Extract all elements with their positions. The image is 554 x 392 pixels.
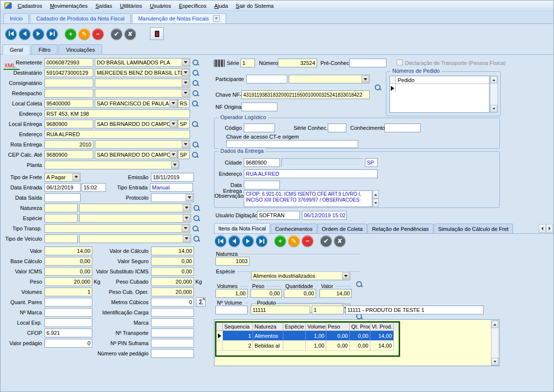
menu-sair[interactable]: Sair do Sistema (232, 1, 278, 10)
tab-itens-nota-fiscal[interactable]: Itens da Nota Fiscal (214, 223, 270, 233)
item-quantidade-field[interactable]: 0,00 (284, 289, 316, 298)
tab-relacao-pendencias[interactable]: Relação de Pendências (367, 224, 433, 233)
numero-field[interactable]: 32524 (278, 59, 317, 67)
search-icon[interactable] (192, 59, 199, 66)
hora-entrada-field[interactable]: 15:02 (82, 183, 106, 192)
grid-header-sequencia[interactable]: Sequencia (223, 323, 253, 331)
quant-pares-field[interactable] (44, 298, 92, 307)
chevron-down-icon[interactable] (72, 174, 80, 181)
observacao-spinner[interactable] (373, 190, 379, 207)
marca-field[interactable] (151, 318, 194, 327)
tab-inicio[interactable]: Início (3, 13, 29, 23)
serie-conhec-field[interactable] (328, 124, 346, 132)
especie-code-field[interactable] (44, 214, 78, 223)
chevron-down-icon[interactable] (182, 69, 189, 76)
item-natureza-code-field[interactable]: 1003 (215, 257, 250, 266)
tab-ordem-coleta[interactable]: Ordem de Coleta (318, 224, 367, 233)
participante-code-field[interactable] (246, 75, 287, 83)
tab-simulacao-calculo[interactable]: Simulação do Cálculo de Fret (434, 224, 513, 233)
cidade-field[interactable]: 9680900 (244, 158, 280, 167)
confirm-button[interactable]: ✔ (111, 28, 122, 40)
item-add-button[interactable]: + (275, 235, 286, 247)
scroll-down-icon[interactable] (373, 199, 379, 207)
sum-button[interactable]: Σ (196, 297, 206, 307)
menu-usuarios[interactable]: Usuários (146, 1, 175, 10)
natureza-code-field[interactable] (44, 204, 78, 212)
base-calculo-field[interactable]: 0,00 (44, 257, 92, 266)
planta-combo[interactable] (44, 161, 179, 169)
destinatario-code-field[interactable]: 59104273000129 (44, 68, 93, 77)
scroll-down-icon[interactable] (490, 105, 497, 112)
valor-substituto-field[interactable]: 0,00 (151, 267, 194, 276)
especie-combo[interactable] (79, 214, 191, 223)
nf-original-field[interactable] (241, 103, 277, 111)
item-cancel-button[interactable]: ✘ (334, 235, 345, 247)
next-record-button[interactable] (33, 28, 44, 40)
menu-cadastros[interactable]: Cadastros (14, 1, 46, 10)
n-transporte-field[interactable] (151, 329, 194, 337)
valor-pedagio-field[interactable]: 0 (44, 339, 92, 348)
menu-ajuda[interactable]: Ajuda (210, 1, 232, 10)
tab-geral[interactable]: Geral (2, 44, 30, 55)
tipo-frete-combo[interactable]: A Pagar (44, 173, 81, 182)
search-icon[interactable] (192, 141, 199, 148)
vale-pedagio-field[interactable] (151, 349, 194, 358)
menu-movimentacoes[interactable]: Movimentações (46, 1, 91, 10)
search-icon[interactable] (193, 204, 200, 212)
chevron-down-icon[interactable] (170, 151, 177, 158)
exit-button[interactable] (150, 27, 164, 40)
scroll-up-icon[interactable] (373, 190, 379, 199)
protocolo-combo[interactable] (151, 193, 194, 202)
item-next-button[interactable] (242, 235, 254, 247)
local-coleta-combo[interactable]: SAO FRANCISCO DE PAULA (95, 99, 178, 108)
close-tab-icon[interactable]: × (213, 15, 220, 22)
pedidos-scrollbar[interactable] (490, 76, 498, 113)
natureza-combo[interactable] (79, 204, 191, 212)
scroll-down-icon[interactable] (491, 358, 498, 365)
observacao-field[interactable]: CFOP: 6.921-01: ICMS ISENTO CFE ART.9 LI… (244, 190, 372, 207)
participante-combo[interactable] (289, 75, 370, 83)
chevron-down-icon[interactable] (183, 235, 190, 242)
pedidos-list[interactable]: Pedido (389, 76, 490, 113)
destinatario-combo[interactable]: MERCEDES BENZ DO BRASIL LTDA (95, 68, 190, 77)
first-record-button[interactable] (5, 28, 17, 40)
remetente-combo[interactable]: DO BRASIL LAMINADOS PLA (95, 58, 190, 67)
chevron-down-icon[interactable] (170, 100, 177, 107)
data-entrada-field[interactable]: 06/12/2019 (44, 183, 81, 192)
chevron-down-icon[interactable] (182, 90, 189, 97)
scroll-up-icon[interactable] (491, 321, 498, 328)
chevron-down-icon[interactable] (186, 194, 193, 201)
menu-saidas[interactable]: Saídas (91, 1, 116, 10)
redespacho-combo[interactable] (95, 89, 190, 98)
local-exp-field[interactable] (44, 318, 92, 327)
chevron-down-icon[interactable] (171, 162, 178, 168)
rota-entrega-combo[interactable] (95, 140, 190, 149)
tab-cadastro-produtos[interactable]: Cadastro de Produtos da Nota Fiscal (30, 13, 130, 23)
pre-conhec-field[interactable] (349, 59, 386, 67)
tab-scroll-right-icon[interactable] (546, 224, 553, 233)
item-confirm-button[interactable]: ✔ (320, 235, 332, 247)
delete-button[interactable]: − (92, 28, 104, 40)
chevron-down-icon[interactable] (170, 121, 177, 127)
item-peso-field[interactable]: 0,00 (251, 289, 282, 298)
peso-field[interactable]: 20,000 (44, 277, 92, 286)
tab-filtro[interactable]: Filtro (31, 44, 58, 54)
grid-header-natureza[interactable]: Natureza (253, 323, 283, 331)
grid-header-vl-prod[interactable]: Vl. Prod. (370, 323, 394, 331)
table-row[interactable]: 2 Bebidas al 1,00 0,00 0,00 14,00 (216, 341, 399, 351)
serie-field[interactable]: 1 (240, 59, 255, 67)
valor-field[interactable]: 14,00 (44, 247, 92, 255)
endereco-entrega-field[interactable]: RUA ALFRED (44, 130, 190, 139)
menu-utilitarios[interactable]: Utilitários (116, 1, 146, 10)
rota-entrega-field[interactable]: 2010 (44, 140, 93, 149)
chevron-down-icon[interactable] (182, 59, 189, 66)
item-delete-button[interactable]: − (302, 235, 313, 247)
cep-calc-uf-field[interactable]: SP (178, 150, 190, 159)
tipo-veiculo-code-field[interactable] (44, 234, 78, 243)
chevron-down-icon[interactable] (362, 76, 369, 83)
valor-icms-field[interactable]: 0,00 (44, 267, 92, 276)
search-icon[interactable] (192, 151, 199, 159)
chevron-down-icon[interactable] (182, 141, 189, 148)
search-icon[interactable] (193, 214, 200, 222)
item-edit-button[interactable]: ✎ (288, 235, 299, 247)
